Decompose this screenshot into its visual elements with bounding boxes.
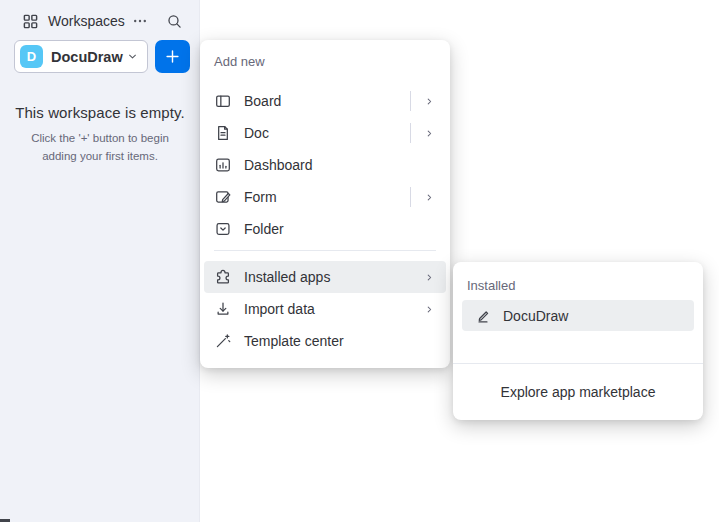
chevron-right-icon <box>423 303 436 316</box>
explore-app-marketplace-link[interactable]: Explore app marketplace <box>453 364 703 420</box>
dashboard-icon <box>214 156 232 174</box>
submenu-split-divider <box>410 123 411 143</box>
workspace-sidebar: Workspaces D DocuDraw Th <box>0 0 200 522</box>
menu-item-import-data[interactable]: Import data <box>204 293 446 325</box>
menu-item-template-center[interactable]: Template center <box>204 325 446 357</box>
menu-section-divider <box>214 250 436 251</box>
empty-title: This workspace is empty. <box>0 104 200 121</box>
add-new-menu-items: BoardDocDashboardFormFolderInstalled app… <box>204 85 446 357</box>
installed-submenu-title: Installed <box>467 278 703 294</box>
menu-item-label: Folder <box>244 221 436 237</box>
menu-item-label: Installed apps <box>244 269 423 285</box>
menu-item-form[interactable]: Form <box>204 181 446 213</box>
menu-item-doc[interactable]: Doc <box>204 117 446 149</box>
workspace-controls: D DocuDraw <box>14 40 192 73</box>
menu-item-installed-apps[interactable]: Installed apps <box>204 261 446 293</box>
doc-icon <box>214 124 232 142</box>
folder-icon <box>214 220 232 238</box>
add-item-button[interactable] <box>155 40 190 73</box>
empty-subtitle-line2: adding your first items. <box>0 148 200 166</box>
chevron-right-icon <box>423 191 436 204</box>
workspace-name: DocuDraw <box>51 49 123 65</box>
chevron-right-icon <box>423 95 436 108</box>
puzzle-icon <box>214 268 232 286</box>
board-icon <box>214 92 232 110</box>
import-icon <box>214 300 232 318</box>
menu-item-board[interactable]: Board <box>204 85 446 117</box>
menu-item-label: Board <box>244 93 410 109</box>
installed-apps-submenu: Installed DocuDraw Explore app marketpla… <box>453 262 703 420</box>
menu-item-label: Doc <box>244 125 410 141</box>
ellipsis-icon[interactable] <box>132 13 148 29</box>
menu-item-folder[interactable]: Folder <box>204 213 446 245</box>
wand-icon <box>214 332 232 350</box>
empty-subtitle-line1: Click the '+' button to begin <box>0 130 200 148</box>
empty-subtitle: Click the '+' button to begin adding you… <box>0 130 200 166</box>
add-new-menu: Add new BoardDocDashboardFormFolderInsta… <box>200 40 450 368</box>
pencil-icon <box>474 307 492 325</box>
menu-item-label: Dashboard <box>244 157 436 173</box>
app-screen: Workspaces D DocuDraw Th <box>0 0 719 522</box>
workspace-avatar: D <box>20 45 43 68</box>
menu-item-label: Template center <box>244 333 436 349</box>
workspaces-header: Workspaces <box>0 9 200 33</box>
form-icon <box>214 188 232 206</box>
chevron-right-icon <box>423 127 436 140</box>
workspace-selector[interactable]: D DocuDraw <box>14 40 148 73</box>
grid-icon <box>22 13 39 30</box>
menu-item-docudraw[interactable]: DocuDraw <box>462 300 694 331</box>
add-new-menu-title: Add new <box>214 52 446 72</box>
menu-item-dashboard[interactable]: Dashboard <box>204 149 446 181</box>
submenu-split-divider <box>410 187 411 207</box>
menu-item-label: Import data <box>244 301 423 317</box>
search-icon[interactable] <box>166 13 183 30</box>
workspaces-label: Workspaces <box>48 13 125 29</box>
menu-item-label: Form <box>244 189 410 205</box>
submenu-split-divider <box>410 91 411 111</box>
menu-item-label: DocuDraw <box>503 308 682 324</box>
plus-icon <box>163 47 182 66</box>
empty-workspace-message: This workspace is empty. Click the '+' b… <box>0 104 200 166</box>
installed-apps-list: DocuDraw <box>453 300 703 331</box>
chevron-right-icon <box>423 271 436 284</box>
chevron-down-icon <box>126 50 139 63</box>
